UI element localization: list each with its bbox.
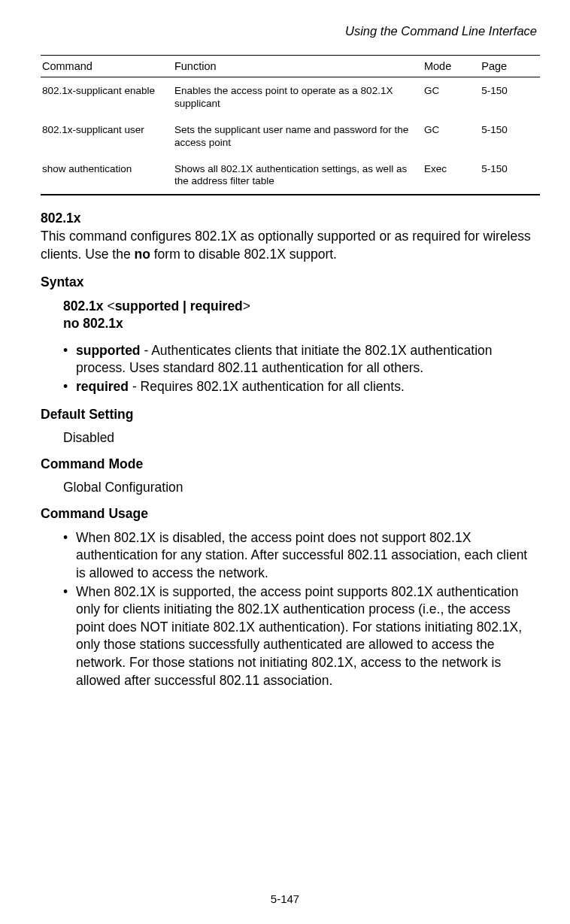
cell-mode: Exec	[423, 156, 480, 195]
section-intro: This command configures 802.1X as option…	[41, 228, 540, 263]
cell-mode: GC	[423, 77, 480, 117]
cell-command: 802.1x-supplicant user	[41, 117, 173, 156]
syntax-block: 802.1x <supported | required> no 802.1x	[63, 298, 540, 333]
command-table: Command Function Mode Page 802.1x-suppli…	[41, 55, 540, 195]
bullet-content: required - Requires 802.1X authenticatio…	[76, 378, 540, 396]
bullet-marker: •	[63, 583, 74, 690]
usage-bullets: • When 802.1X is disabled, the access po…	[63, 529, 540, 690]
bullet-item: • When 802.1X is disabled, the access po…	[63, 529, 540, 583]
table-header-row: Command Function Mode Page	[41, 56, 540, 77]
cell-command: 802.1x-supplicant enable	[41, 77, 173, 117]
bullet-content: When 802.1X is disabled, the access poin…	[76, 529, 540, 583]
header-page: Page	[480, 56, 540, 77]
section-title: 802.1x	[41, 211, 540, 226]
bullet-item: • When 802.1X is supported, the access p…	[63, 583, 540, 690]
cell-command: show authentication	[41, 156, 173, 195]
command-mode-value: Global Configuration	[63, 480, 540, 495]
syntax-line-1: 802.1x <supported | required>	[63, 298, 540, 316]
header-command: Command	[41, 56, 173, 77]
cell-mode: GC	[423, 117, 480, 156]
bullet-bold: required	[76, 379, 129, 394]
intro-text-after: form to disable 802.1X support.	[150, 247, 337, 262]
table-row: show authentication Shows all 802.1X aut…	[41, 156, 540, 195]
default-setting-value: Disabled	[63, 430, 540, 446]
header-function: Function	[173, 56, 423, 77]
bullet-item: • required - Requires 802.1X authenticat…	[63, 378, 540, 396]
page-number: 5-147	[0, 892, 570, 905]
cell-page: 5-150	[480, 77, 540, 117]
page-header-title: Using the Command Line Interface	[41, 24, 540, 38]
bullet-marker: •	[63, 342, 74, 377]
bullet-text: - Requires 802.1X authentication for all…	[129, 379, 405, 394]
cell-page: 5-150	[480, 117, 540, 156]
command-mode-heading: Command Mode	[41, 456, 540, 472]
cell-function: Sets the supplicant user name and passwo…	[173, 117, 423, 156]
cell-function: Enables the access point to operate as a…	[173, 77, 423, 117]
syntax-bullets: • supported - Authenticates clients that…	[63, 342, 540, 396]
syntax-bold2: supported | required	[115, 298, 243, 314]
cell-page: 5-150	[480, 156, 540, 195]
table-row: 802.1x-supplicant enable Enables the acc…	[41, 77, 540, 117]
syntax-bold1: 802.1x	[63, 298, 104, 314]
syntax-line-2: no 802.1x	[63, 315, 540, 333]
syntax-heading: Syntax	[41, 274, 540, 290]
syntax-end: >	[243, 298, 250, 314]
table-row: 802.1x-supplicant user Sets the supplica…	[41, 117, 540, 156]
bullet-marker: •	[63, 529, 74, 583]
bullet-bold: supported	[76, 343, 141, 358]
bullet-content: supported - Authenticates clients that i…	[76, 342, 540, 377]
intro-text-no: no	[135, 247, 150, 262]
command-usage-heading: Command Usage	[41, 506, 540, 522]
cell-function: Shows all 802.1X authentication settings…	[173, 156, 423, 195]
bullet-content: When 802.1X is supported, the access poi…	[76, 583, 540, 690]
syntax-mid: <	[104, 298, 115, 314]
default-setting-heading: Default Setting	[41, 407, 540, 423]
bullet-marker: •	[63, 378, 74, 396]
header-mode: Mode	[423, 56, 480, 77]
bullet-item: • supported - Authenticates clients that…	[63, 342, 540, 377]
